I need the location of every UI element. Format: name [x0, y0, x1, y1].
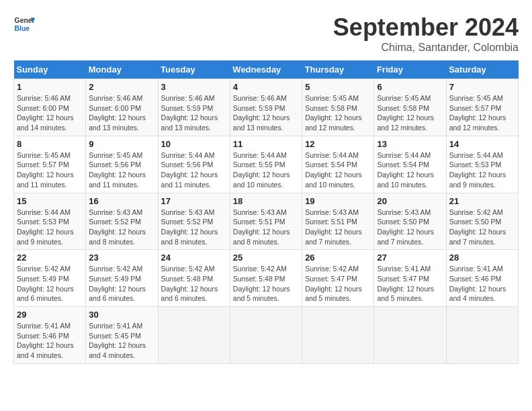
day-number: 25	[233, 253, 299, 263]
calendar-cell	[158, 307, 230, 364]
day-info: Sunrise: 5:44 AMSunset: 5:53 PMDaylight:…	[17, 208, 83, 247]
calendar-cell	[302, 307, 374, 364]
title-area: September 2024 Chima, Santander, Colombi…	[333, 13, 519, 54]
calendar-cell: 27 Sunrise: 5:41 AMSunset: 5:47 PMDaylig…	[374, 250, 446, 307]
day-info: Sunrise: 5:41 AMSunset: 5:46 PMDaylight:…	[17, 321, 83, 361]
calendar-cell: 10 Sunrise: 5:44 AMSunset: 5:56 PMDaylig…	[158, 136, 230, 193]
col-header-thursday: Thursday	[302, 60, 374, 79]
day-info: Sunrise: 5:43 AMSunset: 5:52 PMDaylight:…	[89, 208, 154, 247]
calendar-week-4: 22 Sunrise: 5:42 AMSunset: 5:49 PMDaylig…	[14, 250, 519, 307]
calendar-cell: 15 Sunrise: 5:44 AMSunset: 5:53 PMDaylig…	[14, 193, 86, 250]
month-title: September 2024	[333, 13, 519, 42]
calendar-week-1: 1 Sunrise: 5:46 AMSunset: 6:00 PMDayligh…	[14, 79, 519, 136]
day-number: 12	[305, 139, 371, 149]
day-info: Sunrise: 5:41 AMSunset: 5:45 PMDaylight:…	[89, 321, 154, 361]
day-number: 22	[17, 253, 83, 263]
day-number: 28	[449, 253, 515, 263]
day-info: Sunrise: 5:42 AMSunset: 5:49 PMDaylight:…	[89, 264, 154, 304]
day-info: Sunrise: 5:42 AMSunset: 5:49 PMDaylight:…	[17, 264, 83, 304]
calendar-table: SundayMondayTuesdayWednesdayThursdayFrid…	[13, 60, 519, 364]
calendar-cell: 11 Sunrise: 5:44 AMSunset: 5:55 PMDaylig…	[230, 136, 302, 193]
day-number: 26	[305, 253, 371, 263]
calendar-cell	[374, 307, 446, 364]
calendar-cell: 1 Sunrise: 5:46 AMSunset: 6:00 PMDayligh…	[14, 79, 86, 136]
calendar-cell: 23 Sunrise: 5:42 AMSunset: 5:49 PMDaylig…	[86, 250, 158, 307]
col-header-monday: Monday	[86, 60, 158, 79]
day-number: 9	[89, 139, 154, 149]
calendar-cell: 28 Sunrise: 5:41 AMSunset: 5:46 PMDaylig…	[446, 250, 518, 307]
day-number: 29	[17, 310, 83, 320]
logo: General Blue	[13, 13, 35, 35]
day-number: 24	[161, 253, 227, 263]
day-info: Sunrise: 5:45 AMSunset: 5:56 PMDaylight:…	[89, 150, 154, 190]
calendar-cell: 24 Sunrise: 5:42 AMSunset: 5:48 PMDaylig…	[158, 250, 230, 307]
calendar-cell: 20 Sunrise: 5:43 AMSunset: 5:50 PMDaylig…	[374, 193, 446, 250]
day-info: Sunrise: 5:46 AMSunset: 5:59 PMDaylight:…	[233, 93, 299, 133]
day-number: 4	[233, 82, 299, 92]
page-header: General Blue September 2024 Chima, Santa…	[13, 13, 519, 54]
day-number: 5	[305, 82, 371, 92]
calendar-cell: 17 Sunrise: 5:43 AMSunset: 5:52 PMDaylig…	[158, 193, 230, 250]
calendar-cell: 26 Sunrise: 5:42 AMSunset: 5:47 PMDaylig…	[302, 250, 374, 307]
day-number: 27	[377, 253, 443, 263]
location-subtitle: Chima, Santander, Colombia	[333, 42, 519, 54]
calendar-cell: 5 Sunrise: 5:45 AMSunset: 5:58 PMDayligh…	[302, 79, 374, 136]
calendar-cell: 21 Sunrise: 5:42 AMSunset: 5:50 PMDaylig…	[446, 193, 518, 250]
day-number: 6	[377, 82, 443, 92]
day-info: Sunrise: 5:41 AMSunset: 5:47 PMDaylight:…	[377, 264, 443, 304]
calendar-cell: 30 Sunrise: 5:41 AMSunset: 5:45 PMDaylig…	[86, 307, 158, 364]
day-info: Sunrise: 5:46 AMSunset: 6:00 PMDaylight:…	[89, 93, 154, 133]
calendar-cell: 29 Sunrise: 5:41 AMSunset: 5:46 PMDaylig…	[14, 307, 86, 364]
calendar-cell: 22 Sunrise: 5:42 AMSunset: 5:49 PMDaylig…	[14, 250, 86, 307]
col-header-saturday: Saturday	[446, 60, 518, 79]
day-info: Sunrise: 5:42 AMSunset: 5:47 PMDaylight:…	[305, 264, 371, 304]
day-number: 14	[449, 139, 515, 149]
calendar-cell: 18 Sunrise: 5:43 AMSunset: 5:51 PMDaylig…	[230, 193, 302, 250]
calendar-cell: 2 Sunrise: 5:46 AMSunset: 6:00 PMDayligh…	[86, 79, 158, 136]
calendar-cell: 3 Sunrise: 5:46 AMSunset: 5:59 PMDayligh…	[158, 79, 230, 136]
col-header-friday: Friday	[374, 60, 446, 79]
calendar-cell: 12 Sunrise: 5:44 AMSunset: 5:54 PMDaylig…	[302, 136, 374, 193]
day-number: 18	[233, 196, 299, 206]
calendar-cell: 9 Sunrise: 5:45 AMSunset: 5:56 PMDayligh…	[86, 136, 158, 193]
day-number: 20	[377, 196, 443, 206]
day-number: 21	[449, 196, 515, 206]
calendar-cell: 4 Sunrise: 5:46 AMSunset: 5:59 PMDayligh…	[230, 79, 302, 136]
day-number: 2	[89, 82, 154, 92]
day-number: 1	[17, 82, 83, 92]
calendar-week-2: 8 Sunrise: 5:45 AMSunset: 5:57 PMDayligh…	[14, 136, 519, 193]
day-number: 19	[305, 196, 371, 206]
col-header-wednesday: Wednesday	[230, 60, 302, 79]
day-info: Sunrise: 5:44 AMSunset: 5:54 PMDaylight:…	[377, 150, 443, 190]
day-info: Sunrise: 5:44 AMSunset: 5:55 PMDaylight:…	[233, 150, 299, 190]
day-info: Sunrise: 5:42 AMSunset: 5:48 PMDaylight:…	[161, 264, 227, 304]
calendar-cell: 25 Sunrise: 5:42 AMSunset: 5:48 PMDaylig…	[230, 250, 302, 307]
day-info: Sunrise: 5:46 AMSunset: 6:00 PMDaylight:…	[17, 93, 83, 133]
day-info: Sunrise: 5:42 AMSunset: 5:48 PMDaylight:…	[233, 264, 299, 304]
day-info: Sunrise: 5:46 AMSunset: 5:59 PMDaylight:…	[161, 93, 227, 133]
calendar-week-3: 15 Sunrise: 5:44 AMSunset: 5:53 PMDaylig…	[14, 193, 519, 250]
calendar-cell: 14 Sunrise: 5:44 AMSunset: 5:53 PMDaylig…	[446, 136, 518, 193]
calendar-cell: 13 Sunrise: 5:44 AMSunset: 5:54 PMDaylig…	[374, 136, 446, 193]
day-number: 3	[161, 82, 227, 92]
day-info: Sunrise: 5:42 AMSunset: 5:50 PMDaylight:…	[449, 208, 515, 247]
calendar-cell: 6 Sunrise: 5:45 AMSunset: 5:58 PMDayligh…	[374, 79, 446, 136]
day-number: 7	[449, 82, 515, 92]
day-number: 17	[161, 196, 227, 206]
svg-text:Blue: Blue	[15, 25, 30, 32]
day-number: 8	[17, 139, 83, 149]
calendar-cell	[230, 307, 302, 364]
day-info: Sunrise: 5:43 AMSunset: 5:50 PMDaylight:…	[377, 208, 443, 247]
day-info: Sunrise: 5:43 AMSunset: 5:51 PMDaylight:…	[233, 208, 299, 247]
day-info: Sunrise: 5:45 AMSunset: 5:58 PMDaylight:…	[305, 93, 371, 133]
day-info: Sunrise: 5:44 AMSunset: 5:53 PMDaylight:…	[449, 150, 515, 190]
calendar-cell: 7 Sunrise: 5:45 AMSunset: 5:57 PMDayligh…	[446, 79, 518, 136]
day-number: 15	[17, 196, 83, 206]
calendar-cell: 19 Sunrise: 5:43 AMSunset: 5:51 PMDaylig…	[302, 193, 374, 250]
day-number: 13	[377, 139, 443, 149]
day-info: Sunrise: 5:45 AMSunset: 5:57 PMDaylight:…	[17, 150, 83, 190]
calendar-cell	[446, 307, 518, 364]
calendar-week-5: 29 Sunrise: 5:41 AMSunset: 5:46 PMDaylig…	[14, 307, 519, 364]
day-info: Sunrise: 5:45 AMSunset: 5:57 PMDaylight:…	[449, 93, 515, 133]
calendar-cell: 16 Sunrise: 5:43 AMSunset: 5:52 PMDaylig…	[86, 193, 158, 250]
